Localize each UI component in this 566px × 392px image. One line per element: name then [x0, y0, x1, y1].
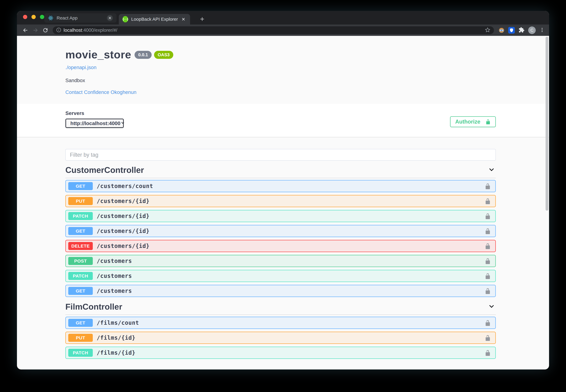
method-badge: PUT	[68, 197, 93, 205]
auth-lock-icon[interactable]	[485, 198, 491, 204]
bookmark-star-icon[interactable]	[485, 27, 491, 34]
chevron-down-icon[interactable]	[488, 303, 495, 311]
operation-path: /customers/{id}	[97, 198, 149, 204]
api-description: Sandbox	[65, 78, 496, 83]
operation-row-post-customers[interactable]: POST /customers	[65, 255, 496, 267]
openapi-spec-link[interactable]: ./openapi.json	[65, 65, 496, 70]
operation-path: /films/{id}	[97, 350, 135, 356]
auth-lock-icon[interactable]	[485, 213, 491, 219]
tab-label: React App	[57, 15, 107, 21]
method-badge: GET	[68, 287, 93, 295]
auth-lock-icon[interactable]	[485, 243, 491, 249]
extension-icons: C	[498, 27, 545, 34]
method-badge: DELETE	[68, 242, 93, 250]
scheme-container: Servers http://localhost:4000 Authorize	[17, 104, 549, 137]
operation-path: /customers/{id}	[97, 228, 149, 234]
method-badge: PATCH	[68, 212, 93, 220]
auth-lock-icon[interactable]	[485, 335, 491, 341]
chevron-down-icon[interactable]	[488, 166, 495, 174]
auth-lock-icon[interactable]	[485, 320, 491, 326]
auth-lock-icon[interactable]	[485, 273, 491, 279]
profile-avatar[interactable]: C	[528, 27, 536, 34]
operation-path: /films/count	[97, 320, 139, 326]
operation-path: /customers	[97, 273, 132, 279]
operation-row-put-customers-id-[interactable]: PUT /customers/{id}	[65, 195, 496, 207]
reload-icon[interactable]	[41, 26, 50, 34]
section-filmcontroller: FilmController GET /films/count PUT /fil…	[65, 300, 496, 359]
method-badge: GET	[68, 182, 93, 190]
scrollbar-thumb[interactable]	[546, 37, 548, 211]
browser-toolbar: localhost:4000/explorer/#/	[17, 25, 549, 36]
operation-row-patch-films-id-[interactable]: PATCH /films/{id}	[65, 347, 496, 359]
auth-lock-icon[interactable]	[485, 228, 491, 234]
site-info-icon[interactable]	[56, 27, 61, 33]
forward-icon[interactable]	[31, 26, 40, 34]
operation-row-put-films-id-[interactable]: PUT /films/{id}	[65, 332, 496, 344]
auth-lock-icon[interactable]	[485, 288, 491, 294]
operation-row-get-customers-id-[interactable]: GET /customers/{id}	[65, 225, 496, 237]
operation-path: /customers/{id}	[97, 243, 149, 249]
oas3-badge: OAS3	[154, 51, 173, 59]
unlock-icon	[485, 119, 491, 124]
authorize-button[interactable]: Authorize	[450, 116, 496, 127]
new-tab-button[interactable]	[198, 15, 206, 23]
close-window-button[interactable]	[23, 15, 27, 19]
bitwarden-shield-icon[interactable]	[508, 27, 515, 34]
chevron-down-icon	[120, 120, 125, 126]
operation-row-patch-customers-id-[interactable]: PATCH /customers/{id}	[65, 210, 496, 222]
minimize-window-button[interactable]	[31, 15, 36, 19]
auth-lock-icon[interactable]	[485, 258, 491, 264]
method-badge: PATCH	[68, 272, 93, 280]
extensions-puzzle-icon[interactable]	[519, 27, 524, 34]
tab-loopback-api-explorer[interactable]: {··} LoopBack API Explorer	[119, 14, 190, 25]
auth-lock-icon[interactable]	[485, 183, 491, 189]
operation-row-patch-customers[interactable]: PATCH /customers	[65, 270, 496, 282]
url-text: localhost:4000/explorer/#/	[64, 28, 117, 33]
browser-window: React App {··} LoopBack API Explorer	[17, 11, 549, 369]
tab-strip: React App {··} LoopBack API Explorer	[17, 11, 549, 25]
version-badge: 0.0.1	[134, 51, 152, 59]
method-badge: PATCH	[68, 349, 93, 357]
tab-label: LoopBack API Explorer	[131, 17, 180, 22]
loopback-icon: {··}	[122, 16, 128, 22]
method-badge: PUT	[68, 334, 93, 342]
operation-path: /customers/{id}	[97, 213, 149, 219]
operation-row-delete-customers-id-[interactable]: DELETE /customers/{id}	[65, 240, 496, 252]
server-select[interactable]: http://localhost:4000	[65, 119, 124, 128]
operation-path: /customers	[97, 288, 132, 294]
page-title: movie_store	[65, 49, 131, 61]
servers-block: Servers http://localhost:4000	[65, 110, 124, 128]
address-bar[interactable]: localhost:4000/explorer/#/	[53, 26, 494, 34]
method-badge: POST	[68, 257, 93, 265]
contact-link[interactable]: Contact Confidence Okoghenun	[65, 89, 496, 95]
nerd-face-extension-icon[interactable]	[498, 27, 505, 34]
server-select-value: http://localhost:4000	[70, 120, 120, 126]
menu-kebab-icon[interactable]	[539, 27, 545, 33]
method-badge: GET	[68, 319, 93, 327]
section-title: CustomerController	[65, 166, 144, 175]
section-title: FilmController	[65, 302, 122, 311]
section-header[interactable]: CustomerController	[65, 163, 496, 178]
servers-label: Servers	[65, 110, 124, 116]
close-tab-icon[interactable]	[180, 16, 187, 22]
operation-path: /customers	[97, 258, 132, 264]
maximize-window-button[interactable]	[40, 15, 44, 19]
section-header[interactable]: FilmController	[65, 300, 496, 315]
filter-by-tag-input[interactable]	[65, 149, 496, 161]
method-badge: GET	[68, 227, 93, 235]
react-icon	[48, 15, 54, 21]
window-controls	[23, 15, 44, 19]
section-customercontroller: CustomerController GET /customers/count …	[65, 163, 496, 297]
operation-row-get-films-count[interactable]: GET /films/count	[65, 317, 496, 329]
operation-path: /customers/count	[97, 183, 153, 189]
page-viewport: movie_store 0.0.1 OAS3 ./openapi.json Sa…	[17, 36, 549, 369]
tab-react-app[interactable]: React App	[44, 13, 116, 23]
back-icon[interactable]	[21, 26, 30, 34]
operation-row-get-customers-count[interactable]: GET /customers/count	[65, 180, 496, 192]
api-info: movie_store 0.0.1 OAS3 ./openapi.json Sa…	[65, 36, 496, 104]
close-tab-icon[interactable]	[107, 15, 113, 21]
operation-row-get-customers[interactable]: GET /customers	[65, 285, 496, 297]
auth-lock-icon[interactable]	[485, 350, 491, 356]
authorize-label: Authorize	[455, 119, 480, 125]
operation-path: /films/{id}	[97, 335, 135, 341]
